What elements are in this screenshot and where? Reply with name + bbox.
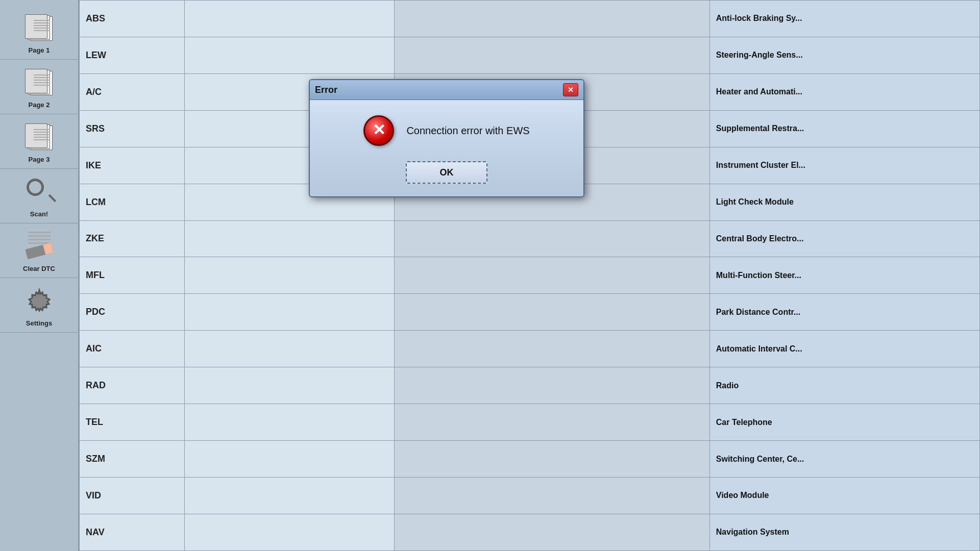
sidebar-item-page2-label: Page 2 (29, 101, 50, 109)
sidebar-item-page3-label: Page 3 (29, 156, 50, 163)
scan-icon (21, 176, 57, 207)
gear-icon (21, 285, 57, 316)
sidebar-item-page1[interactable]: Page 1 (0, 5, 78, 60)
dialog-ok-button[interactable]: OK (406, 161, 487, 184)
dialog-titlebar: Error ✕ (310, 80, 583, 100)
page1-icon (21, 12, 57, 43)
dialog-overlay: Error ✕ ✕ Connection error with EWS OK (79, 0, 980, 551)
sidebar-item-scan[interactable]: Scan! (0, 169, 78, 223)
close-icon: ✕ (568, 86, 574, 94)
dialog-message: Connection error with EWS (406, 125, 529, 137)
dialog-close-button[interactable]: ✕ (563, 83, 578, 96)
sidebar-item-cleardtc[interactable]: Clear DTC (0, 223, 78, 278)
dialog-body: ✕ Connection error with EWS OK (310, 100, 583, 196)
error-dialog: Error ✕ ✕ Connection error with EWS OK (309, 79, 584, 197)
sidebar-item-scan-label: Scan! (30, 210, 48, 218)
sidebar-item-page2[interactable]: Page 2 (0, 60, 78, 114)
dialog-content-row: ✕ Connection error with EWS (363, 115, 529, 146)
sidebar-item-settings-label: Settings (26, 319, 52, 327)
error-icon: ✕ (363, 115, 394, 146)
ok-label: OK (440, 167, 454, 178)
sidebar: Page 1 Page 2 (0, 0, 79, 551)
error-x-icon: ✕ (373, 122, 385, 138)
sidebar-item-page3[interactable]: Page 3 (0, 114, 78, 169)
cleardtc-icon (21, 231, 57, 261)
sidebar-item-settings[interactable]: Settings (0, 278, 78, 333)
dialog-title: Error (315, 85, 337, 95)
page3-icon (21, 121, 57, 152)
page2-icon (21, 67, 57, 97)
sidebar-item-page1-label: Page 1 (29, 46, 50, 54)
sidebar-item-cleardtc-label: Clear DTC (23, 265, 55, 272)
main-content: ABS Anti-lock Braking Sy... LEW Steering… (79, 0, 980, 551)
